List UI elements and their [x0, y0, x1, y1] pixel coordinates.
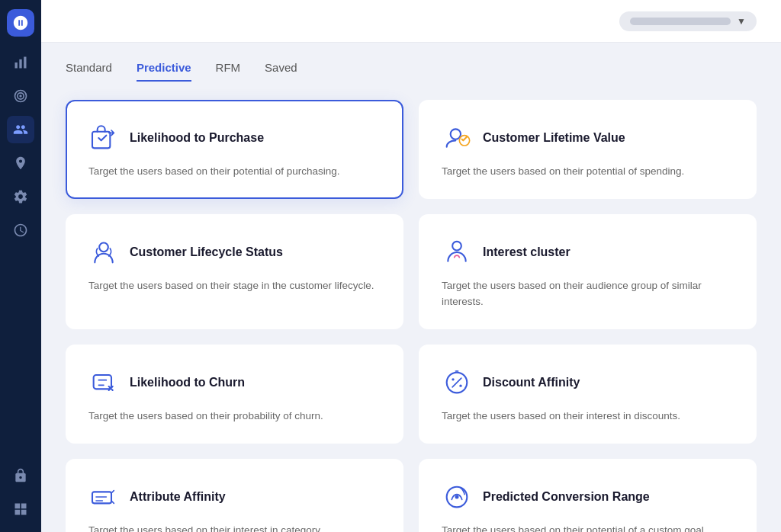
card-header: Likelihood to Churn	[88, 367, 381, 398]
card-description: Target the users based on their audience…	[442, 278, 734, 309]
card-customer-lifecycle-status[interactable]: Customer Lifecycle Status Target the use…	[66, 214, 403, 329]
sidebar-item-users[interactable]	[7, 116, 34, 143]
card-description: Target the users based on their interest…	[88, 523, 381, 532]
dropdown-bar	[630, 18, 731, 25]
svg-point-17	[455, 495, 459, 499]
tab-rfm[interactable]: RFM	[216, 61, 241, 82]
svg-point-10	[452, 242, 461, 251]
sidebar-item-target[interactable]	[7, 82, 34, 110]
card-likelihood-to-churn[interactable]: Likelihood to Churn Target the users bas…	[66, 345, 403, 444]
card-likelihood-to-purchase[interactable]: Likelihood to Purchase Target the users …	[66, 100, 403, 199]
svg-point-14	[459, 384, 461, 386]
discount-icon	[442, 367, 472, 398]
sidebar-item-chart[interactable]	[7, 49, 34, 76]
card-title: Attribute Affinity	[130, 490, 226, 504]
sidebar-item-settings[interactable]	[7, 183, 34, 210]
card-header: Customer Lifecycle Status	[88, 237, 381, 268]
card-title: Discount Affinity	[483, 376, 580, 389]
card-customer-lifetime-value[interactable]: Customer Lifetime Value Target the users…	[419, 100, 757, 199]
card-description: Target the users based on their probabil…	[88, 409, 381, 424]
card-description: Target the users based on their stage in…	[88, 278, 381, 293]
card-title: Customer Lifecycle Status	[130, 245, 283, 259]
card-predicted-conversion-range[interactable]: Predicted Conversion Range Target the us…	[419, 459, 757, 532]
interest-icon	[442, 237, 472, 268]
header-dropdown[interactable]: ▼	[619, 11, 757, 31]
svg-rect-2	[24, 57, 26, 69]
svg-point-8	[459, 136, 469, 146]
card-title: Likelihood to Purchase	[130, 131, 264, 145]
card-header: Predicted Conversion Range	[442, 482, 734, 512]
svg-point-13	[452, 378, 454, 380]
lifecycle-icon	[88, 237, 119, 268]
main-content: ▼ Standard Predictive RFM Saved	[41, 0, 781, 532]
sidebar-item-pin[interactable]	[7, 149, 34, 177]
churn-icon	[88, 367, 119, 398]
purchase-icon	[88, 123, 119, 153]
card-header: Attribute Affinity	[88, 482, 381, 512]
svg-point-9	[99, 243, 108, 252]
tab-bar: Standard Predictive RFM Saved	[66, 61, 757, 82]
attribute-icon	[88, 482, 119, 512]
header: ▼	[41, 0, 781, 43]
svg-point-7	[451, 129, 461, 139]
sidebar-item-grid[interactable]	[7, 495, 34, 523]
card-attribute-affinity[interactable]: Attribute Affinity Target the users base…	[66, 459, 403, 532]
dropdown-arrow-icon: ▼	[737, 16, 746, 27]
clv-icon	[442, 123, 472, 153]
card-description: Target the users based on their interest…	[442, 409, 734, 424]
card-title: Predicted Conversion Range	[483, 490, 650, 504]
card-description: Target the users based on their potentia…	[88, 164, 381, 179]
card-header: Discount Affinity	[442, 367, 734, 398]
cards-grid: Likelihood to Purchase Target the users …	[66, 100, 757, 532]
card-title: Interest cluster	[483, 245, 570, 259]
card-header: Interest cluster	[442, 237, 734, 268]
card-header: Likelihood to Purchase	[88, 123, 381, 153]
tab-saved[interactable]: Saved	[265, 61, 297, 82]
svg-rect-1	[19, 59, 21, 69]
card-description: Target the users based on their potentia…	[442, 164, 734, 179]
card-discount-affinity[interactable]: Discount Affinity Target the users based…	[419, 345, 757, 444]
content-area: Standard Predictive RFM Saved	[41, 43, 781, 532]
card-title: Likelihood to Churn	[130, 376, 245, 389]
svg-rect-0	[15, 62, 18, 69]
card-header: Customer Lifetime Value	[442, 123, 734, 153]
tab-predictive[interactable]: Predictive	[137, 61, 191, 82]
sidebar-item-lock[interactable]	[7, 462, 34, 489]
svg-point-5	[20, 95, 21, 97]
card-description: Target the users based on their potentia…	[442, 523, 734, 532]
sidebar-item-clock[interactable]	[7, 216, 34, 244]
card-interest-cluster[interactable]: Interest cluster Target the users based …	[419, 214, 757, 329]
sidebar	[0, 0, 41, 532]
conversion-icon	[442, 482, 472, 512]
sidebar-logo[interactable]	[7, 9, 34, 37]
card-title: Customer Lifetime Value	[483, 131, 625, 145]
tab-standard[interactable]: Standard	[66, 61, 112, 82]
